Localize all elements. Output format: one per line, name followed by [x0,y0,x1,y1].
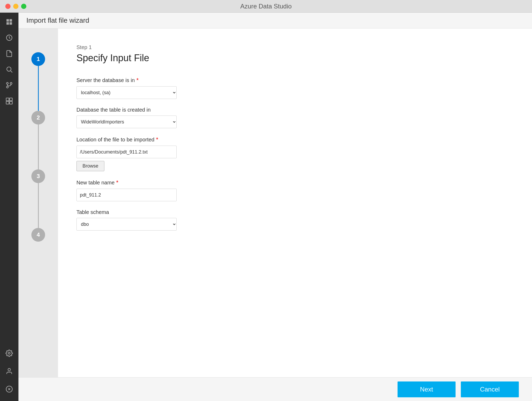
app-title: Azure Data Studio [240,3,292,10]
database-label: Database the table is created in [76,107,514,113]
step-2-line [38,125,39,169]
sidebar-icon-git[interactable] [3,79,16,92]
wizard-footer: Next Cancel [18,377,532,401]
svg-point-9 [7,86,8,88]
database-select[interactable]: WideWorldImporters [76,116,177,128]
step-1: 1 [31,52,45,111]
new-table-label: New table name * [76,179,514,186]
sidebar-icon-error[interactable] [3,383,16,396]
browse-button[interactable]: Browse [76,161,104,171]
minimize-button[interactable] [13,4,18,9]
svg-point-7 [7,83,8,84]
wizard-content: Step 1 Specify Input File Server the dat… [58,28,532,377]
svg-rect-0 [7,19,9,22]
step-2-circle: 2 [31,111,45,125]
location-required-star: * [156,136,158,143]
svg-point-15 [8,369,10,371]
sidebar-icon-file[interactable] [3,47,16,60]
svg-rect-3 [9,22,12,25]
database-form-group: Database the table is created in WideWor… [76,107,514,128]
step-4: 4 [31,228,45,242]
location-label: Location of the file to be imported * [76,136,514,143]
app-header: Import flat file wizard [18,13,532,28]
step-4-circle: 4 [31,228,45,242]
location-form-group: Location of the file to be imported * Br… [76,136,514,171]
traffic-lights [5,4,26,9]
sidebar-icon-account[interactable] [3,365,16,378]
step-label: Step 1 [76,44,514,50]
titlebar: Azure Data Studio [0,0,532,13]
server-form-group: Server the database is in * localhost, (… [76,77,514,99]
svg-rect-11 [9,98,12,101]
step-2: 2 [31,111,45,169]
cancel-button[interactable]: Cancel [461,381,519,397]
server-select[interactable]: localhost, (sa) [76,86,177,99]
new-table-form-group: New table name * [76,179,514,201]
location-input[interactable] [76,146,177,158]
step-1-line [38,66,39,111]
sidebar-icon-explorer[interactable] [3,15,16,28]
server-label: Server the database is in * [76,77,514,84]
step-1-circle: 1 [31,52,45,66]
close-button[interactable] [5,4,11,9]
svg-point-14 [8,352,10,354]
svg-rect-12 [6,101,9,104]
schema-label: Table schema [76,209,514,215]
maximize-button[interactable] [21,4,26,9]
new-table-input[interactable] [76,189,177,201]
svg-point-8 [10,83,12,84]
svg-rect-13 [9,101,12,104]
sidebar-icon-history[interactable] [3,31,16,44]
step-title: Specify Input File [76,52,514,64]
sidebar-icon-extensions[interactable] [3,94,16,108]
stepper-sidebar: 1 2 3 4 [18,28,58,377]
svg-rect-2 [7,22,9,25]
step-3-circle: 3 [31,169,45,183]
app-header-title: Import flat file wizard [26,16,89,25]
sidebar-icon-search[interactable] [3,63,16,76]
new-table-required-star: * [116,179,119,186]
step-3: 3 [31,169,45,228]
svg-line-6 [11,71,12,72]
schema-select[interactable]: dbo [76,218,177,231]
step-3-line [38,183,39,228]
next-button[interactable]: Next [398,381,456,397]
sidebar [0,13,18,401]
schema-form-group: Table schema dbo [76,209,514,231]
sidebar-icon-settings[interactable] [3,347,16,360]
server-required-star: * [136,77,139,84]
svg-rect-1 [9,19,12,22]
svg-rect-10 [6,98,9,101]
svg-point-5 [7,67,11,71]
